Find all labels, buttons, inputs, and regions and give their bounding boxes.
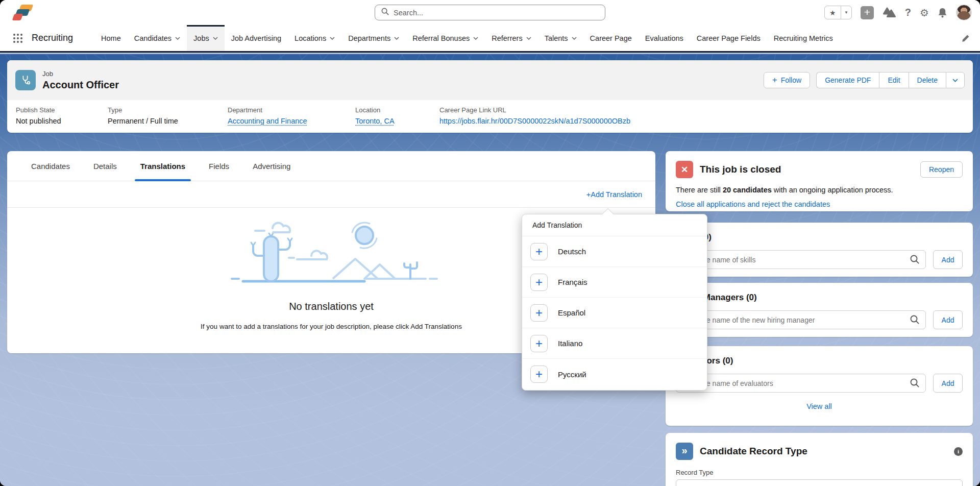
nav-item-departments[interactable]: Departments [341,25,406,51]
global-add-icon[interactable]: + [861,6,874,19]
nav-item-career-page[interactable]: Career Page [583,25,639,51]
record-title-row: Job Account Officer +Follow Generate PDF… [7,60,973,100]
close-all-applications-link[interactable]: Close all applications and reject the ca… [676,200,830,210]
help-icon[interactable]: ? [905,7,911,18]
app-window: ★ ▼ + ? ⚙ Recruiting Home Candidates Job… [0,0,980,486]
job-closed-title: This job is closed [700,164,781,175]
nav-item-home[interactable]: Home [94,25,128,51]
user-avatar[interactable] [956,5,972,20]
record-action-group: Generate PDF Edit Delete [816,72,965,88]
follow-button[interactable]: +Follow [764,72,810,88]
nav-item-locations[interactable]: Locations [288,25,341,51]
edit-button[interactable]: Edit [879,72,908,88]
tab-candidates[interactable]: Candidates [19,151,82,181]
skills-card: Skills (0) Add [666,223,973,277]
flair-logo [13,5,34,21]
nav-item-referral-bonuses[interactable]: Referral Bonuses [406,25,485,51]
nav-item-jobs[interactable]: Jobs [187,25,225,51]
add-plus-icon[interactable]: + [530,243,548,260]
page-background: Job Account Officer +Follow Generate PDF… [0,54,980,486]
search-icon [910,315,919,326]
trailhead-icon[interactable] [883,7,896,18]
nav-item-career-page-fields[interactable]: Career Page Fields [690,25,767,51]
more-actions-button[interactable] [946,72,965,88]
generate-pdf-button[interactable]: Generate PDF [816,72,879,88]
add-evaluator-button[interactable]: Add [933,374,963,393]
language-option-francais[interactable]: + Français [522,267,707,298]
language-option-deutsch[interactable]: + Deutsch [522,236,707,267]
chevron-down-icon [572,37,577,40]
add-translation-popover: Add Translation + Deutsch + Français + E… [522,214,707,391]
nav-item-candidates[interactable]: Candidates [128,25,187,51]
field-location: Location Toronto, CA [355,106,439,125]
tab-translations[interactable]: Translations [129,151,197,181]
empty-state-title: No translations yet [289,301,374,312]
app-name: Recruiting [32,33,73,43]
delete-button[interactable]: Delete [909,72,946,88]
search-icon [910,255,919,266]
global-header: ★ ▼ + ? ⚙ [0,0,980,25]
nav-item-job-advertising[interactable]: Job Advertising [225,25,288,51]
evaluators-search-input[interactable] [676,374,926,393]
chevron-down-icon [330,37,335,40]
view-all-link[interactable]: View all [806,402,832,410]
candidate-count: 20 candidates [723,186,772,194]
setup-gear-icon[interactable]: ⚙ [920,7,929,19]
hiring-managers-title: Hiring Managers (0) [676,293,963,303]
notifications-bell-icon[interactable] [938,7,947,18]
hiring-manager-search-input[interactable] [676,310,926,329]
add-plus-icon[interactable]: + [530,366,548,383]
header-icon-cluster: ★ ▼ + ? ⚙ [824,0,972,25]
chevron-down-icon [526,37,531,40]
favorites-split-button[interactable]: ★ ▼ [824,6,852,19]
app-launcher-icon[interactable] [13,34,22,43]
skills-search-input[interactable] [676,250,926,269]
language-option-russkiy[interactable]: + Русский [522,359,707,390]
tab-fields[interactable]: Fields [197,151,241,181]
language-option-espanol[interactable]: + Español [522,298,707,328]
add-plus-icon[interactable]: + [530,335,548,352]
job-closed-header: ✕ This job is closed Reopen [676,161,963,178]
close-icon: ✕ [676,161,693,178]
record-detail-fields: Publish State Not published Type Permane… [7,100,973,125]
edit-nav-pencil-icon[interactable] [962,34,970,44]
career-page-url-link[interactable]: https://jobs.flair.hr/00D7S0000022skN/a1… [439,117,630,125]
nav-item-evaluations[interactable]: Evaluations [639,25,690,51]
reopen-button[interactable]: Reopen [920,161,963,178]
chevron-down-icon [175,37,180,40]
record-title: Account Officer [42,79,119,91]
nav-item-referrers[interactable]: Referrers [485,25,537,51]
record-actions: +Follow Generate PDF Edit Delete [764,72,965,88]
job-closed-card: ✕ This job is closed Reopen There are st… [666,151,973,211]
department-link[interactable]: Accounting and Finance [228,117,307,125]
search-input[interactable] [394,9,599,17]
add-plus-icon[interactable]: + [530,304,548,322]
search-icon [910,378,919,390]
plus-icon: + [772,75,777,85]
favorites-star-icon[interactable]: ★ [825,6,841,19]
tab-advertising[interactable]: Advertising [241,151,302,181]
field-publish-state: Publish State Not published [16,106,108,125]
tab-details[interactable]: Details [82,151,129,181]
add-translation-link[interactable]: +Add Translation [586,190,642,199]
job-object-icon [15,70,36,90]
record-title-block: Job Account Officer [42,70,119,91]
record-highlights-card: Job Account Officer +Follow Generate PDF… [7,60,973,133]
candidate-record-type-card: » Candidate Record Type i Record Type Se… [666,433,973,486]
favorites-caret-icon[interactable]: ▼ [841,6,851,19]
record-entity-label: Job [42,70,119,78]
nav-item-talents[interactable]: Talents [538,25,583,51]
nav-item-recruiting-metrics[interactable]: Recruiting Metrics [767,25,840,51]
add-skill-button[interactable]: Add [933,250,963,269]
global-search[interactable] [375,5,605,20]
language-option-italiano[interactable]: + Italiano [522,328,707,359]
location-link[interactable]: Toronto, CA [355,117,395,125]
record-type-select[interactable]: Select an Option [676,479,963,486]
info-icon[interactable]: i [954,447,963,456]
double-chevron-icon: » [676,443,693,460]
skills-title: Skills (0) [676,232,963,242]
chevron-down-icon [473,37,478,40]
add-hiring-manager-button[interactable]: Add [933,310,963,329]
add-plus-icon[interactable]: + [530,274,548,291]
field-type: Type Permanent / Full time [108,106,228,125]
